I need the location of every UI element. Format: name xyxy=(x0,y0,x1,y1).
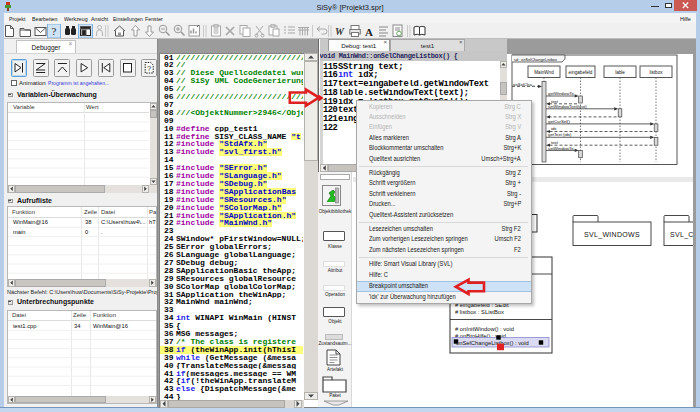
svg-text:MainWnd: MainWnd xyxy=(534,70,554,75)
svg-text:setWindowTe...: setWindowTe... xyxy=(548,146,577,151)
svg-text:# onInitWindow() : void: # onInitWindow() : void xyxy=(455,326,514,332)
svg-text:sd : onSelChangeListbox: sd : onSelChangeListbox xyxy=(514,56,557,61)
svg-text:W: W xyxy=(335,26,345,37)
svg-text:SVL_WINDOWS: SVL_WINDOWS xyxy=(584,231,640,239)
svg-text:text: text xyxy=(551,140,559,145)
svg-text:onSelChangeListbox() : void: onSelChangeListbox() : void xyxy=(456,340,529,346)
svg-text:getText (idx): getText (idx) xyxy=(548,132,572,137)
svg-text:getWindowTe...: getWindowTe... xyxy=(548,91,577,96)
svg-text:A: A xyxy=(365,25,373,37)
svg-text:# listbox : SListBox: # listbox : SListBox xyxy=(455,309,504,315)
svg-text:?: ? xyxy=(147,64,151,73)
svg-text:SVL_CONTR: SVL_CONTR xyxy=(670,231,693,239)
svg-text:onSelCha...: onSelCha... xyxy=(513,82,535,87)
svg-text:?: ? xyxy=(52,25,57,37)
svg-text:setWindowText(text): setWindowText(text) xyxy=(548,104,587,109)
svg-text:idx: idx xyxy=(551,126,557,131)
svg-text:listbox: listbox xyxy=(649,70,663,75)
svg-text:getCurSel(): getCurSel() xyxy=(548,119,571,124)
svg-text:eingabefeld: eingabefeld xyxy=(569,70,593,75)
svg-text:lable: lable xyxy=(615,70,625,75)
